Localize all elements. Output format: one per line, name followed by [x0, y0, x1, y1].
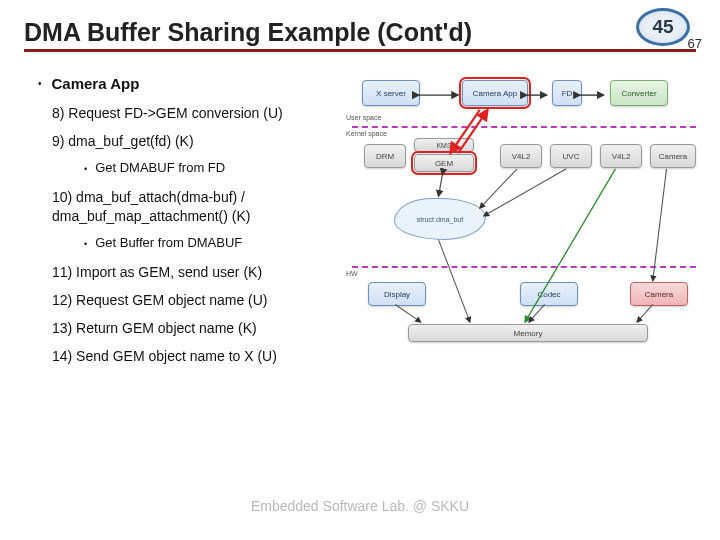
- svg-line-13: [438, 240, 469, 323]
- step-12: 12) Request GEM object name (U): [52, 291, 344, 309]
- box-xserver: X server: [362, 80, 420, 106]
- box-uvc: UVC: [550, 144, 592, 168]
- bullet-dot-icon: •: [84, 160, 87, 178]
- box-camera: Camera: [630, 282, 688, 306]
- step-13: 13) Return GEM object name (K): [52, 319, 344, 337]
- bullet-column: • Camera App 8) Request FD->GEM conversi…: [24, 66, 344, 376]
- substep-10-text: Get Buffer from DMABUF: [95, 235, 242, 253]
- svg-line-10: [395, 304, 421, 322]
- box-display: Display: [368, 282, 426, 306]
- svg-line-9: [653, 169, 667, 281]
- box-gem: GEM: [414, 154, 474, 172]
- svg-line-5: [438, 175, 442, 197]
- box-camera-app: Camera App: [462, 80, 528, 106]
- architecture-diagram: User space Kernel space HW X server Came…: [352, 66, 696, 366]
- box-kms: KMS: [414, 138, 474, 152]
- section-heading: Camera App: [52, 74, 140, 94]
- bullet-dot-icon: •: [38, 74, 42, 94]
- bullet-dot-icon: •: [84, 235, 87, 253]
- step-14: 14) Send GEM object name to X (U): [52, 347, 344, 365]
- label-kernel-space: Kernel space: [346, 130, 387, 137]
- substep-9-text: Get DMABUF from FD: [95, 160, 225, 178]
- substep-9: • Get DMABUF from FD: [84, 160, 344, 178]
- box-converter: Converter: [610, 80, 668, 106]
- section-heading-row: • Camera App: [38, 74, 344, 94]
- page-number-badge: 45: [636, 8, 690, 46]
- box-memory: Memory: [408, 324, 648, 342]
- total-pages: 67: [688, 36, 702, 51]
- label-hw: HW: [346, 270, 358, 277]
- step-9: 9) dma_buf_get(fd) (K): [52, 132, 344, 150]
- slide-footer: Embedded Software Lab. @ SKKU: [0, 498, 720, 514]
- step-10: 10) dma_buf_attach(dma-buf) / dma_buf_ma…: [52, 188, 344, 224]
- box-kms-gem: KMS GEM: [414, 138, 474, 174]
- box-codec: Codec: [520, 282, 578, 306]
- substep-10: • Get Buffer from DMABUF: [84, 235, 344, 253]
- label-user-space: User space: [346, 114, 381, 121]
- title-row: DMA Buffer Sharing Example (Cont'd): [24, 18, 696, 52]
- box-v4l2-b: V4L2: [600, 144, 642, 168]
- step-8: 8) Request FD->GEM conversion (U): [52, 104, 344, 122]
- box-v4l2-a: V4L2: [500, 144, 542, 168]
- dash-user-kernel: [352, 126, 696, 128]
- svg-line-11: [529, 304, 545, 322]
- svg-line-7: [484, 169, 567, 216]
- box-fd: FD: [552, 80, 582, 106]
- slide-title: DMA Buffer Sharing Example (Cont'd): [24, 18, 696, 47]
- cloud-dmabuf: struct dma_buf: [394, 198, 486, 240]
- box-camdrv: Camera: [650, 144, 696, 168]
- box-drm: DRM: [364, 144, 406, 168]
- svg-line-6: [480, 169, 517, 208]
- dash-kernel-hw: [352, 266, 696, 268]
- step-11: 11) Import as GEM, send user (K): [52, 263, 344, 281]
- slide-body: • Camera App 8) Request FD->GEM conversi…: [24, 66, 696, 376]
- svg-line-12: [637, 304, 653, 322]
